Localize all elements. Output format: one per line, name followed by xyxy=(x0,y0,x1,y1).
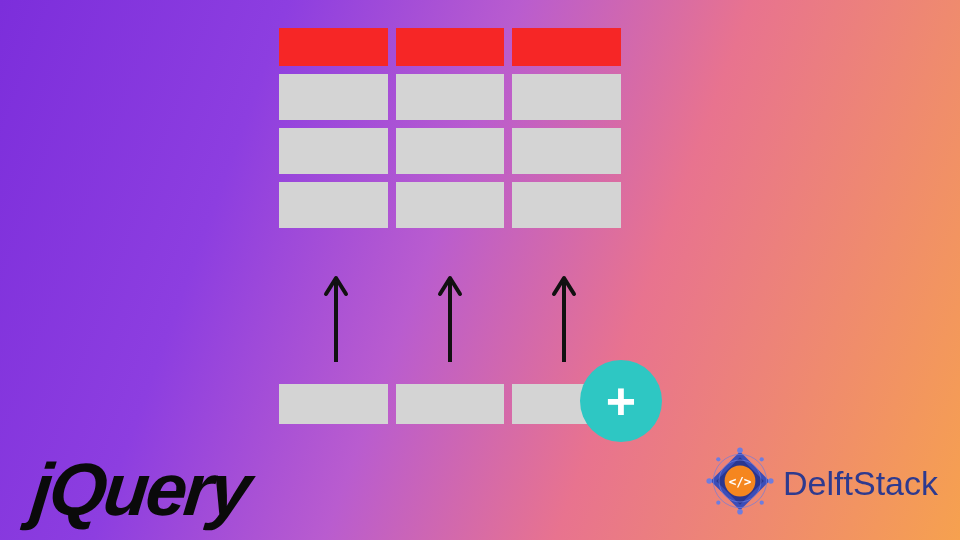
svg-point-10 xyxy=(706,478,712,484)
plus-icon: + xyxy=(606,375,636,427)
table-header-row xyxy=(279,28,621,66)
svg-point-11 xyxy=(760,457,764,461)
table-cell xyxy=(396,182,505,228)
svg-point-12 xyxy=(760,501,764,505)
delftstack-label: DelftStack xyxy=(783,464,938,503)
jquery-logo: jQuery xyxy=(28,447,253,532)
svg-point-13 xyxy=(716,501,720,505)
arrow-up-icon xyxy=(435,272,465,364)
new-row-cell xyxy=(396,384,505,424)
table-cell xyxy=(279,128,388,174)
table-cell xyxy=(396,74,505,120)
table-cell xyxy=(512,128,621,174)
table-cell xyxy=(279,74,388,120)
svg-point-9 xyxy=(737,509,743,515)
table-cell xyxy=(279,182,388,228)
insert-arrows xyxy=(279,272,621,364)
table-cell xyxy=(512,182,621,228)
header-cell xyxy=(396,28,505,66)
header-cell xyxy=(512,28,621,66)
new-row xyxy=(279,384,621,424)
svg-point-8 xyxy=(768,478,774,484)
svg-point-7 xyxy=(737,447,743,453)
delftstack-emblem-icon: </> xyxy=(705,446,775,520)
add-row-button[interactable]: + xyxy=(580,360,662,442)
code-glyph: </> xyxy=(729,474,752,489)
svg-point-14 xyxy=(716,457,720,461)
delftstack-logo: </> DelftStack xyxy=(705,446,938,520)
arrow-up-icon xyxy=(321,272,351,364)
table-row xyxy=(279,182,621,228)
new-row-cell xyxy=(279,384,388,424)
table-cell xyxy=(512,74,621,120)
arrow-up-icon xyxy=(549,272,579,364)
header-cell xyxy=(279,28,388,66)
table-diagram xyxy=(279,28,621,236)
table-row xyxy=(279,74,621,120)
table-row xyxy=(279,128,621,174)
table-cell xyxy=(396,128,505,174)
